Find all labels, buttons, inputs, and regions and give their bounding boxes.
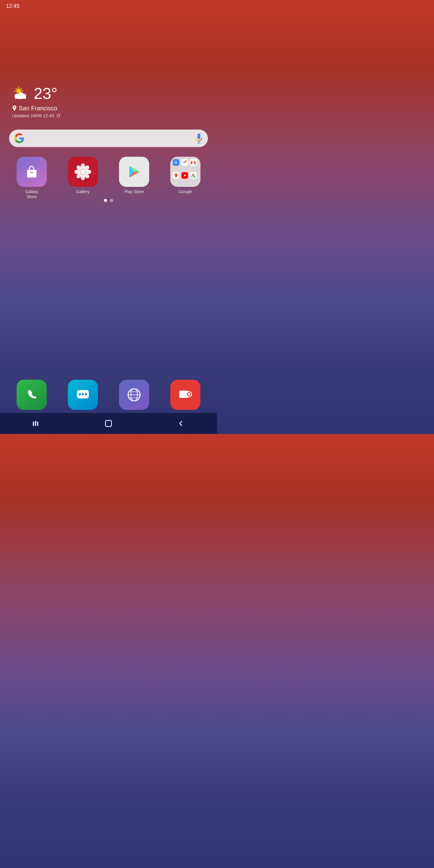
svg-line-7 <box>21 88 22 89</box>
weather-widget[interactable]: 23° San Francisco Updated 24/09 12:45 <box>12 84 61 118</box>
weather-temperature: 23° <box>34 84 58 102</box>
dock-app-screen-recorder[interactable] <box>164 380 207 410</box>
search-bar[interactable] <box>9 130 208 147</box>
svg-point-48 <box>188 393 190 396</box>
home-button[interactable] <box>99 417 118 430</box>
app-label-play-store: Play Store <box>124 189 144 194</box>
weather-city: San Francisco <box>19 105 57 112</box>
app-grid: GalaxyStore Gallery <box>0 157 217 199</box>
weather-updated: Updated 24/09 12:45 <box>12 113 61 118</box>
status-time: 12:45 <box>6 3 20 9</box>
dock <box>0 380 217 410</box>
app-item-play-store[interactable]: Play Store <box>113 157 155 199</box>
svg-point-37 <box>79 393 81 396</box>
app-icon-screen-recorder <box>170 380 200 410</box>
app-item-galaxy-store[interactable]: GalaxyStore <box>10 157 53 199</box>
svg-rect-12 <box>15 96 26 99</box>
svg-point-34 <box>184 162 185 163</box>
svg-point-38 <box>82 393 84 396</box>
svg-rect-52 <box>105 421 112 427</box>
back-button[interactable] <box>172 417 190 430</box>
app-icon-messages <box>68 380 98 410</box>
svg-point-27 <box>81 169 85 174</box>
dock-app-messages[interactable] <box>62 380 104 410</box>
svg-marker-35 <box>184 174 186 177</box>
weather-top: 23° <box>12 84 61 102</box>
app-icon-phone <box>17 380 47 410</box>
app-label-google-folder: Google <box>179 189 192 194</box>
svg-rect-51 <box>37 422 38 426</box>
app-icon-samsung-internet <box>119 380 149 410</box>
svg-point-39 <box>85 393 87 396</box>
svg-rect-13 <box>197 133 200 139</box>
app-item-google-folder[interactable]: G <box>164 157 207 199</box>
dock-app-phone[interactable] <box>10 380 53 410</box>
page-dot-2[interactable] <box>110 199 113 202</box>
app-icon-gallery <box>68 157 98 187</box>
microphone-icon[interactable] <box>195 133 203 144</box>
status-bar: 12:45 <box>0 0 217 12</box>
app-icon-play-store <box>119 157 149 187</box>
folder-grid: G <box>170 157 200 187</box>
page-dot-1[interactable] <box>104 199 107 202</box>
svg-line-5 <box>16 88 17 89</box>
app-icon-galaxy-store <box>17 157 47 187</box>
google-logo <box>14 133 25 144</box>
svg-rect-16 <box>27 170 36 178</box>
svg-rect-49 <box>33 422 34 426</box>
svg-rect-17 <box>30 172 33 173</box>
app-icon-google-folder: G <box>170 157 200 187</box>
app-label-galaxy-store: GalaxyStore <box>25 189 38 199</box>
svg-rect-50 <box>35 421 36 426</box>
app-label-gallery: Gallery <box>76 189 90 194</box>
recent-apps-button[interactable] <box>27 417 45 430</box>
page-dots <box>0 199 217 202</box>
dock-app-internet[interactable] <box>113 380 155 410</box>
nav-bar <box>0 413 217 434</box>
weather-icon <box>12 86 30 101</box>
weather-location: San Francisco <box>12 105 61 112</box>
app-item-gallery[interactable]: Gallery <box>62 157 104 199</box>
svg-text:G: G <box>175 161 177 164</box>
